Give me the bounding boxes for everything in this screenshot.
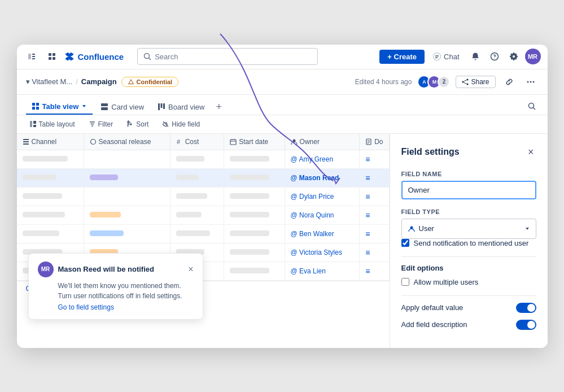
- table-row[interactable]: @ Nora Quinn ≡: [17, 206, 390, 224]
- allow-multiple-checkbox[interactable]: [401, 278, 409, 286]
- table-layout-btn[interactable]: Table layout: [26, 119, 78, 130]
- toast-avatar: MR: [38, 262, 54, 277]
- svg-rect-1: [32, 54, 35, 55]
- cell-doc[interactable]: ≡: [360, 206, 389, 224]
- breadcrumb: ▾ Vitafleet M... / Campaign Confidential…: [17, 69, 548, 95]
- apply-default-toggle[interactable]: [516, 303, 536, 313]
- col-owner[interactable]: Owner: [285, 134, 360, 150]
- svg-point-16: [527, 81, 528, 82]
- field-name-section: Field name: [401, 171, 536, 208]
- svg-point-17: [530, 81, 531, 82]
- notification-toast: MR Mason Reed will be notified × We'll l…: [28, 253, 203, 320]
- user-avatar[interactable]: MR: [525, 49, 541, 64]
- cell-cost: [170, 150, 224, 168]
- cell-doc[interactable]: ≡: [360, 187, 389, 206]
- field-type-select[interactable]: User: [401, 219, 536, 239]
- panel-header: Field settings ×: [401, 145, 536, 159]
- cell-doc[interactable]: ≡: [360, 262, 389, 280]
- col-channel[interactable]: Channel: [17, 134, 84, 150]
- field-type-section: Field type User: [401, 208, 536, 239]
- search-placeholder: Search: [155, 53, 178, 61]
- col-cost[interactable]: # Cost: [170, 134, 224, 150]
- panel-title: Field settings: [401, 147, 460, 157]
- table-row[interactable]: @ Ben Walker ≡: [17, 224, 390, 243]
- sort-label: Sort: [136, 120, 148, 128]
- settings-btn[interactable]: [506, 49, 522, 64]
- cell-doc[interactable]: ≡: [360, 243, 389, 262]
- cell-seasonal: [84, 187, 170, 206]
- svg-rect-27: [163, 103, 165, 109]
- table-row[interactable]: @ Amy Green ≡: [17, 150, 390, 168]
- collaborators-avatars: A M 2: [417, 75, 450, 89]
- cell-startdate: [224, 150, 285, 168]
- cell-owner-mason: @ Mason Reed: [285, 168, 360, 187]
- svg-rect-3: [32, 58, 35, 59]
- action-toolbar: Table layout Filter Sort Hide field: [17, 115, 548, 134]
- sort-btn[interactable]: Sort: [123, 119, 152, 130]
- svg-rect-30: [30, 121, 32, 127]
- notifications-btn[interactable]: [467, 49, 483, 64]
- svg-point-8: [145, 54, 150, 59]
- cell-startdate: [224, 243, 285, 262]
- svg-rect-5: [53, 53, 55, 56]
- hide-field-btn[interactable]: Hide field: [159, 119, 203, 130]
- apps-btn[interactable]: [44, 49, 60, 64]
- cell-doc[interactable]: ≡: [360, 224, 389, 243]
- col-seasonal[interactable]: Seasonal release: [84, 134, 170, 150]
- breadcrumb-parent[interactable]: ▾ Vitafleet M...: [26, 77, 73, 86]
- create-button[interactable]: + Create: [379, 50, 425, 64]
- chat-button[interactable]: Chat: [428, 50, 464, 63]
- cell-channel: [17, 187, 84, 206]
- svg-rect-32: [33, 125, 36, 127]
- svg-point-11: [467, 79, 469, 80]
- divider-1: [401, 256, 536, 257]
- apply-default-row: Apply default value: [401, 303, 536, 313]
- edit-options-title: Edit options: [401, 264, 536, 272]
- cell-owner: @ Nora Quinn: [285, 206, 360, 224]
- cell-owner: @ Amy Green: [285, 150, 360, 168]
- help-btn[interactable]: [487, 49, 502, 64]
- svg-rect-33: [23, 139, 29, 140]
- svg-point-12: [462, 81, 464, 82]
- cell-doc[interactable]: ≡: [360, 168, 389, 187]
- col-startdate[interactable]: Start date: [224, 134, 285, 150]
- notification-checkbox[interactable]: [401, 239, 409, 247]
- notification-label: Send notification to mentioned user: [414, 239, 529, 247]
- table-row[interactable]: @ Dylan Price ≡: [17, 187, 390, 206]
- card-view-btn[interactable]: Card view: [95, 100, 150, 114]
- table-view-btn[interactable]: Table view: [26, 99, 93, 115]
- nav-right: + Create Chat MR: [379, 49, 540, 64]
- cell-doc[interactable]: ≡: [360, 150, 389, 168]
- table-search-btn[interactable]: [525, 99, 539, 115]
- board-view-btn[interactable]: Board view: [152, 100, 210, 114]
- toast-title: Mason Reed will be notified: [58, 265, 184, 273]
- sidebar-toggle-btn[interactable]: [24, 49, 40, 64]
- more-btn[interactable]: [523, 74, 539, 90]
- svg-rect-20: [36, 103, 39, 106]
- share-button[interactable]: Share: [456, 76, 495, 88]
- add-view-btn[interactable]: +: [212, 101, 225, 113]
- table-row[interactable]: @ Mason Reed ≡: [17, 168, 390, 187]
- svg-rect-0: [28, 54, 31, 59]
- col-doc[interactable]: Do: [360, 134, 389, 150]
- top-nav: Confluence Search + Create Chat: [17, 45, 548, 69]
- svg-line-9: [149, 58, 151, 60]
- cell-channel: [17, 224, 84, 243]
- filter-btn[interactable]: Filter: [85, 119, 117, 130]
- svg-point-18: [532, 81, 534, 82]
- table-layout-label: Table layout: [39, 120, 75, 128]
- confidential-badge: Confidential: [121, 77, 179, 87]
- svg-point-28: [528, 103, 534, 108]
- svg-rect-23: [101, 103, 108, 106]
- close-panel-btn[interactable]: ×: [526, 145, 536, 159]
- field-name-input[interactable]: [401, 181, 536, 199]
- add-description-toggle[interactable]: [516, 320, 536, 330]
- toast-close-btn[interactable]: ×: [188, 264, 193, 275]
- link-btn[interactable]: [501, 74, 517, 90]
- view-toolbar: Table view Card view Board view +: [17, 95, 548, 115]
- svg-rect-22: [36, 107, 39, 110]
- confluence-logo: Confluence: [64, 51, 124, 62]
- add-description-label: Add field description: [401, 320, 467, 329]
- toast-link[interactable]: Go to field settings: [38, 303, 194, 311]
- search-bar[interactable]: Search: [137, 48, 318, 65]
